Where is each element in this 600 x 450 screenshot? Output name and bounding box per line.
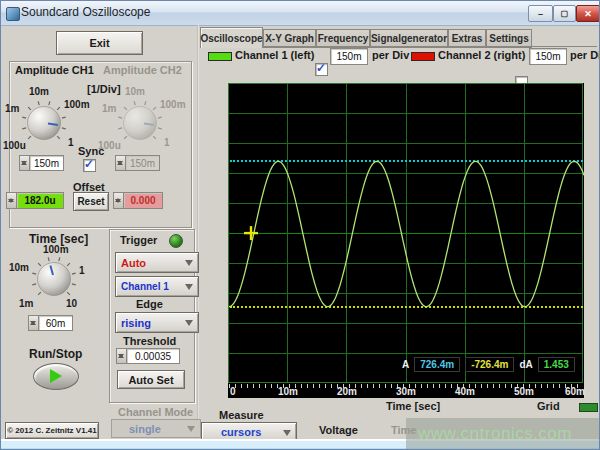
scope-plot-grid[interactable]: A 726.4m -726.4m dA 1.453	[228, 83, 583, 383]
offset-ch1-value[interactable]: 182.0u	[16, 192, 64, 209]
knob-label: 1	[68, 137, 74, 148]
grid-label: Grid	[537, 400, 560, 412]
window-title: Soundcard Oszilloscope	[21, 5, 150, 19]
chevron-down-icon	[185, 284, 193, 294]
amplitude-ch2-knob[interactable]	[114, 97, 166, 149]
chevron-down-icon	[185, 320, 193, 330]
maximize-button[interactable]	[553, 5, 576, 22]
threshold-value[interactable]: 0.00035	[126, 348, 180, 364]
channel1-label: Channel 1 (left)	[235, 49, 314, 61]
spin-arrows[interactable]	[6, 192, 16, 209]
waveform	[229, 84, 584, 384]
knob-label: 1m	[5, 103, 19, 114]
chevron-down-icon	[187, 426, 195, 436]
chevron-down-icon	[185, 260, 193, 270]
amplitude-ch1-spinner[interactable]: 150m	[19, 155, 64, 171]
cursor-cross-icon	[244, 226, 258, 240]
exit-button[interactable]: Exit	[56, 31, 143, 55]
knob-label: 10m	[125, 86, 145, 97]
offset-ch1-spinner[interactable]: 182.0u	[6, 192, 64, 209]
trigger-led-icon	[169, 234, 183, 248]
spin-arrows	[113, 192, 123, 209]
channel1-color-swatch	[208, 52, 232, 61]
chevron-down-icon	[283, 430, 291, 440]
channel-mode-label: Channel Mode	[118, 406, 193, 418]
time-value[interactable]: 60m	[38, 315, 73, 331]
x-tick-label: 60m	[565, 386, 585, 397]
spin-arrows	[115, 155, 125, 171]
da-label: dA	[519, 359, 532, 370]
channel1-scale-field[interactable]: 150m	[330, 48, 368, 65]
threshold-spinner[interactable]: 0.00035	[116, 348, 180, 364]
cursor1-value: 726.4m	[414, 357, 460, 372]
app-window: Soundcard Oszilloscope Exit Amplitude CH…	[0, 0, 600, 450]
auto-set-button[interactable]: Auto Set	[117, 370, 185, 389]
channel1-checkbox[interactable]	[315, 63, 328, 76]
cursor-measurements: A 726.4m -726.4m dA 1.453	[402, 357, 575, 371]
channel2-perdiv-label: per Div	[570, 49, 600, 61]
trigger-title: Trigger	[120, 234, 157, 246]
x-axis-title: Time [sec]	[386, 400, 440, 412]
amplitude-ch1-value[interactable]: 150m	[29, 155, 64, 171]
offset-ch2-spinner: 0.000	[113, 192, 163, 209]
reset-button[interactable]: Reset	[73, 192, 109, 211]
spin-arrows[interactable]	[28, 315, 38, 331]
x-tick-label: 10m	[278, 386, 298, 397]
channel1-perdiv-label: per Div	[372, 49, 409, 61]
play-icon	[50, 369, 69, 383]
trigger-edge-dropdown[interactable]: rising	[115, 312, 199, 333]
knob-label: 10m	[29, 86, 49, 97]
cursor2-value: -726.4m	[465, 357, 514, 372]
amplitude-unit-label: [1/Div]	[87, 83, 121, 95]
offset-ch2-value: 0.000	[123, 192, 163, 209]
trigger-mode-value: Auto	[121, 257, 146, 269]
watermark-text: www.cntronics.com	[418, 424, 572, 444]
delta-value: 1.453	[538, 357, 575, 372]
measure-title: Measure	[219, 409, 264, 421]
oscilloscope-display[interactable]: A 726.4m -726.4m dA 1.453 010m20m30m40m5…	[228, 83, 584, 398]
knob-label: 10m	[9, 262, 29, 273]
trigger-edge-value: rising	[121, 317, 151, 329]
spin-arrows[interactable]	[116, 348, 126, 364]
time-spinner[interactable]: 60m	[28, 315, 73, 331]
grid-color-swatch	[579, 403, 598, 412]
minimize-button[interactable]	[528, 5, 553, 22]
channel-mode-dropdown: single	[111, 419, 201, 438]
edge-label: Edge	[136, 298, 163, 310]
x-tick-label: 20m	[337, 386, 357, 397]
amplitude-ch2-spinner: 150m	[115, 155, 160, 171]
panel-divider	[197, 25, 199, 439]
spin-arrows[interactable]	[19, 155, 29, 171]
title-bar: Soundcard Oszilloscope	[1, 1, 600, 26]
trigger-mode-dropdown[interactable]: Auto	[115, 252, 199, 273]
trigger-source-dropdown[interactable]: Channel 1	[115, 276, 199, 297]
run-stop-button[interactable]	[33, 363, 79, 390]
amplitude-ch2-value: 150m	[125, 155, 160, 171]
x-tick-label: 40m	[455, 386, 475, 397]
sync-checkbox[interactable]	[83, 159, 96, 172]
run-stop-label: Run/Stop	[29, 347, 82, 361]
amplitude-ch1-title: Amplitude CH1	[15, 64, 94, 76]
threshold-label: Threshold	[123, 335, 176, 347]
channel-mode-value: single	[129, 423, 161, 435]
app-icon	[6, 7, 20, 21]
voltage-label: Voltage	[319, 424, 358, 436]
tab-oscilloscope[interactable]: Oscilloscope	[200, 27, 263, 48]
knob-label: 100u	[3, 140, 26, 151]
copyright-button[interactable]: © 2012 C. Zeitnitz V1.41	[5, 422, 99, 439]
knob-label: 100m	[64, 99, 90, 110]
channel2-scale-field[interactable]: 150m	[529, 48, 567, 65]
close-button[interactable]	[576, 5, 600, 22]
knob-label: 100m	[160, 99, 186, 110]
channel2-label: Channel 2 (right)	[438, 49, 525, 61]
a-label: A	[402, 359, 409, 370]
trigger-source-value: Channel 1	[121, 281, 169, 292]
sync-label: Sync	[78, 145, 104, 157]
knob-label: 1m	[102, 103, 116, 114]
knob-label: 100m	[43, 244, 69, 255]
amplitude-ch1-knob[interactable]	[18, 97, 70, 149]
knob-label: 1m	[19, 298, 33, 309]
x-tick-label: 50m	[514, 386, 534, 397]
x-tick-label: 0	[230, 386, 236, 397]
channel2-color-swatch	[411, 52, 435, 61]
